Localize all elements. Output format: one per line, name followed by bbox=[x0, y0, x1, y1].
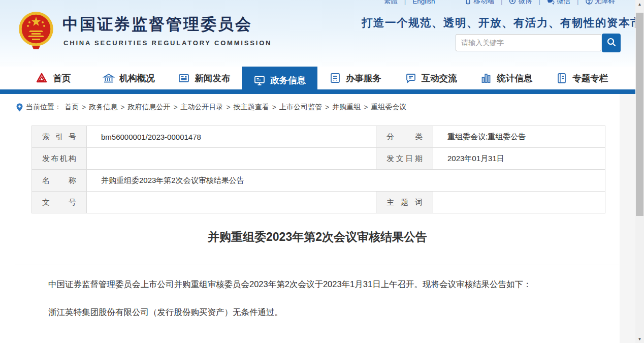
crumb-separator: > bbox=[227, 103, 231, 111]
scrollbar-thumb[interactable] bbox=[636, 13, 643, 216]
index-number-label: 索引号 bbox=[32, 126, 87, 148]
lang-traditional-link[interactable]: 繁體 bbox=[384, 0, 398, 6]
lang-english-label: English bbox=[412, 0, 435, 5]
divider: | bbox=[577, 0, 579, 5]
issue-date-value: 2023年01月31日 bbox=[433, 148, 605, 170]
scrollbar-down-arrow-icon[interactable]: ▼ bbox=[635, 335, 644, 343]
table-row: 文号 主题词 bbox=[32, 192, 605, 213]
name-label: 名称 bbox=[32, 170, 87, 192]
crumb-separator: > bbox=[364, 103, 368, 111]
nav-label: 首页 bbox=[53, 72, 71, 84]
nav-label: 新闻发布 bbox=[195, 72, 230, 84]
nav-item-news[interactable]: 新闻发布 bbox=[167, 67, 242, 89]
wechat-label: 微信 bbox=[557, 0, 570, 6]
crumb-home[interactable]: 首页 bbox=[65, 103, 79, 112]
crumb-separator: > bbox=[82, 103, 86, 111]
breadcrumb: 当前位置： 首页 > 政务信息 > 政府信息公开 > 主动公开目录 > 按主题查… bbox=[16, 103, 406, 112]
nav-label: 专题专栏 bbox=[572, 72, 608, 84]
news-icon bbox=[178, 72, 190, 84]
nav-label: 办事服务 bbox=[346, 72, 381, 84]
site-header: 繁體 | English 移动端 | 微博 | 微信 | 无障碍 bbox=[0, 0, 635, 67]
stats-icon bbox=[480, 72, 492, 84]
site-title: 中国证券监督管理委员会 bbox=[62, 14, 252, 35]
nav-label: 互动交流 bbox=[422, 72, 457, 84]
nav-item-home[interactable]: 首页 bbox=[15, 67, 91, 89]
breadcrumb-prefix: 当前位置： bbox=[26, 103, 61, 112]
crumb-listed-company-regulation[interactable]: 上市公司监管 bbox=[279, 103, 322, 112]
search-button[interactable] bbox=[602, 34, 621, 52]
article-title: 并购重组委2023年第2次会议审核结果公告 bbox=[15, 229, 620, 245]
nav-item-about[interactable]: 机构概况 bbox=[91, 67, 167, 89]
nav-item-interaction[interactable]: 互动交流 bbox=[393, 67, 469, 89]
divider: | bbox=[501, 0, 503, 5]
accessibility-label: 无障碍 bbox=[595, 0, 616, 6]
nav-underline-bar bbox=[0, 89, 635, 94]
table-row: 名称 并购重组委2023年第2次会议审核结果公告 bbox=[32, 170, 605, 192]
chat-icon bbox=[405, 72, 417, 84]
subject-words-label: 主题词 bbox=[376, 192, 433, 213]
crumb-active-catalog[interactable]: 主动公开目录 bbox=[181, 103, 223, 112]
document-number-value bbox=[87, 192, 376, 213]
utility-bar: 繁體 | English 移动端 | 微博 | 微信 | 无障碍 bbox=[384, 0, 615, 6]
page-right-gutter bbox=[620, 94, 635, 343]
nav-item-services[interactable]: 办事服务 bbox=[317, 67, 393, 89]
crumb-restructuring-committee[interactable]: 重组委会议 bbox=[371, 103, 406, 112]
crumb-ma-restructuring[interactable]: 并购重组 bbox=[332, 103, 361, 112]
crumb-government-info[interactable]: 政务信息 bbox=[89, 103, 117, 112]
lang-traditional-label: 繁體 bbox=[384, 0, 398, 6]
services-icon bbox=[329, 72, 341, 84]
weibo-link[interactable]: 微博 bbox=[509, 0, 532, 6]
index-number-value: bm56000001/2023-00001478 bbox=[87, 126, 376, 148]
crumb-separator: > bbox=[173, 103, 177, 111]
search-input[interactable] bbox=[456, 34, 601, 51]
document-number-label: 文号 bbox=[32, 192, 87, 213]
article-paragraph-2: 浙江英特集团股份有限公司（发行股份购买资产）无条件通过。 bbox=[31, 306, 605, 319]
divider: | bbox=[538, 0, 540, 5]
article-paragraph-1: 中国证券监督管理委员会上市公司并购重组审核委员会2023年第2次会议于2023年… bbox=[31, 278, 605, 291]
national-emblem-logo bbox=[17, 10, 55, 50]
nav-label: 机构概况 bbox=[119, 72, 155, 84]
name-value: 并购重组委2023年第2次会议审核结果公告 bbox=[87, 170, 605, 192]
accessibility-link[interactable]: 无障碍 bbox=[586, 0, 616, 6]
crumb-info-disclosure[interactable]: 政府信息公开 bbox=[127, 103, 170, 112]
wechat-link[interactable]: 微信 bbox=[547, 0, 570, 6]
crumb-separator: > bbox=[325, 103, 329, 111]
wechat-icon bbox=[547, 0, 555, 5]
title-divider bbox=[15, 265, 620, 265]
issuing-agency-label: 发布机构 bbox=[32, 148, 87, 170]
weibo-label: 微博 bbox=[518, 0, 532, 6]
document-info-table: 索引号 bm56000001/2023-00001478 分类 重组委会议;重组… bbox=[31, 126, 605, 213]
issuing-agency-value bbox=[87, 148, 376, 170]
site-subtitle: CHINA SECURITIES REGULATORY COMMISSION bbox=[63, 39, 272, 47]
table-row: 索引号 bm56000001/2023-00001478 分类 重组委会议;重组… bbox=[32, 126, 605, 148]
book-icon bbox=[556, 72, 568, 84]
location-pin-icon bbox=[16, 103, 23, 112]
subject-words-value bbox=[433, 192, 605, 213]
lang-english-link[interactable]: English bbox=[412, 0, 435, 5]
csrc-logo-icon bbox=[35, 72, 48, 84]
category-label: 分类 bbox=[376, 126, 433, 148]
mobile-icon bbox=[465, 0, 471, 5]
crumb-separator: > bbox=[120, 103, 124, 111]
table-row: 发布机构 发文日期 2023年01月31日 bbox=[32, 148, 605, 170]
main-nav: 首页 机构概况 新闻发布 政务信息 办事服务 互动交流 统计信息 专题专栏 bbox=[0, 67, 635, 89]
vertical-scrollbar[interactable]: ▲ ▼ bbox=[635, 0, 644, 343]
accessibility-icon bbox=[586, 0, 593, 5]
site-slogan: 打造一个规范、透明、开放、有活力、有韧性的资本市场 bbox=[362, 15, 621, 30]
nav-item-special-columns[interactable]: 专题专栏 bbox=[544, 67, 620, 89]
crumb-separator: > bbox=[272, 103, 276, 111]
mobile-site-label: 移动端 bbox=[473, 0, 494, 6]
category-value: 重组委会议;重组委公告 bbox=[433, 126, 605, 148]
weibo-icon bbox=[509, 0, 516, 5]
divider: | bbox=[404, 0, 406, 5]
search-icon bbox=[606, 37, 617, 49]
issue-date-label: 发文日期 bbox=[376, 148, 433, 170]
crumb-by-topic[interactable]: 按主题查看 bbox=[234, 103, 269, 112]
mobile-site-link[interactable]: 移动端 bbox=[465, 0, 494, 6]
bank-icon bbox=[103, 72, 115, 84]
nav-label: 政务信息 bbox=[270, 74, 306, 86]
nav-item-statistics[interactable]: 统计信息 bbox=[469, 67, 544, 89]
monitor-icon bbox=[253, 74, 266, 86]
scrollbar-up-arrow-icon[interactable]: ▲ bbox=[635, 0, 644, 8]
nav-label: 统计信息 bbox=[497, 72, 532, 84]
